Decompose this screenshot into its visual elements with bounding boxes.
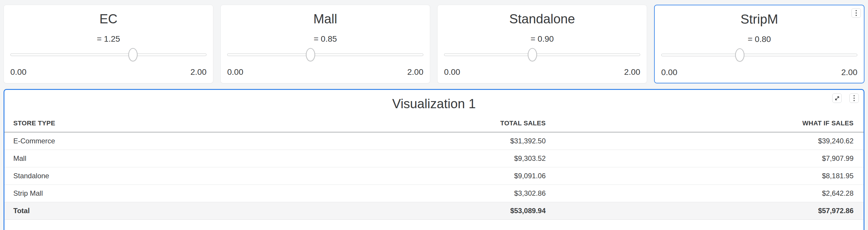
slider[interactable]	[10, 48, 207, 61]
slider-handle[interactable]	[306, 48, 315, 61]
slider-min-label: 0.00	[661, 68, 677, 77]
kebab-menu-icon	[854, 95, 855, 101]
slider-track[interactable]	[227, 54, 423, 56]
cell-store-type: E-Commerce	[4, 132, 348, 150]
cell-total-sales: $3,302.86	[348, 184, 546, 202]
table-row[interactable]: Mall $9,303.52 $7,907.99	[4, 150, 864, 167]
column-header-store-type[interactable]: STORE TYPE	[4, 115, 348, 132]
column-header-what-if-sales[interactable]: WHAT IF SALES	[546, 115, 864, 132]
slider-value-label: = 0.80	[655, 35, 864, 44]
visualization-title: Visualization 1	[4, 90, 864, 111]
expand-button[interactable]	[832, 93, 842, 103]
table-row[interactable]: Strip Mall $3,302.86 $2,642.28	[4, 184, 864, 202]
slider-card-ec[interactable]: EC = 1.25 0.00 2.00	[4, 5, 213, 83]
kebab-menu-icon	[856, 10, 857, 16]
cell-total-sales: $9,091.06	[348, 167, 546, 184]
table-row[interactable]: E-Commerce $31,392.50 $39,240.62	[4, 132, 864, 150]
expand-icon	[834, 95, 840, 101]
slider-min-label: 0.00	[227, 67, 243, 77]
slider-handle[interactable]	[735, 49, 744, 62]
cell-what-if-sales: $39,240.62	[546, 132, 864, 150]
what-if-slider-row: EC = 1.25 0.00 2.00 Mall = 0.85 0.00 2.0…	[0, 0, 868, 83]
slider-min-label: 0.00	[10, 67, 27, 77]
table-row[interactable]: Standalone $9,091.06 $8,181.95	[4, 167, 864, 184]
cell-what-if-sales: $7,907.99	[546, 150, 864, 167]
slider-value-label: = 0.85	[221, 34, 430, 44]
cell-what-if-sales-total: $57,972.86	[546, 202, 864, 219]
slider-handle[interactable]	[128, 48, 138, 61]
slider-card-title: Standalone	[438, 11, 647, 26]
cell-what-if-sales: $8,181.95	[546, 167, 864, 184]
slider-card-title: Mall	[221, 11, 430, 26]
slider-card-stripm[interactable]: StripM = 0.80 0.00 2.00	[654, 5, 864, 83]
slider-handle[interactable]	[528, 48, 537, 61]
slider[interactable]	[661, 48, 857, 62]
slider-max-label: 2.00	[407, 67, 424, 77]
slider-min-label: 0.00	[444, 67, 460, 77]
cell-store-type: Mall	[4, 150, 348, 167]
slider-value-label: = 1.25	[4, 34, 213, 44]
cell-what-if-sales: $2,642.28	[546, 184, 864, 202]
slider-card-title: EC	[4, 11, 213, 26]
slider-value-label: = 0.90	[438, 34, 647, 44]
cell-total-sales: $31,392.50	[348, 132, 546, 150]
slider-card-title: StripM	[655, 12, 864, 27]
slider[interactable]	[444, 48, 640, 61]
slider-max-label: 2.00	[841, 68, 858, 77]
slider-range-labels: 0.00 2.00	[661, 68, 857, 77]
visualization-panel[interactable]: Visualization 1 STORE TYPE TOTAL SALES W…	[4, 89, 864, 230]
slider-card-mall[interactable]: Mall = 0.85 0.00 2.00	[220, 5, 430, 83]
slider-max-label: 2.00	[191, 67, 207, 77]
slider-range-labels: 0.00 2.00	[227, 67, 423, 77]
slider-range-labels: 0.00 2.00	[10, 67, 207, 77]
slider-max-label: 2.00	[624, 67, 641, 77]
cell-total-sales-total: $53,089.94	[348, 202, 546, 219]
cell-total-sales: $9,303.52	[348, 150, 546, 167]
slider[interactable]	[227, 48, 423, 61]
cell-store-type: Standalone	[4, 167, 348, 184]
slider-track[interactable]	[661, 54, 857, 56]
panel-options-button[interactable]	[849, 93, 859, 103]
sales-table: STORE TYPE TOTAL SALES WHAT IF SALES E-C…	[4, 115, 864, 220]
slider-track[interactable]	[444, 54, 640, 56]
slider-track[interactable]	[10, 54, 207, 56]
slider-card-standalone[interactable]: Standalone = 0.90 0.00 2.00	[437, 5, 647, 83]
card-options-button[interactable]	[851, 8, 861, 18]
column-header-total-sales[interactable]: TOTAL SALES	[348, 115, 546, 132]
table-header-row: STORE TYPE TOTAL SALES WHAT IF SALES	[4, 115, 864, 132]
slider-range-labels: 0.00 2.00	[444, 67, 640, 77]
table-total-row: Total $53,089.94 $57,972.86	[4, 202, 864, 219]
cell-store-type: Strip Mall	[4, 184, 348, 202]
cell-total-label: Total	[4, 202, 348, 219]
